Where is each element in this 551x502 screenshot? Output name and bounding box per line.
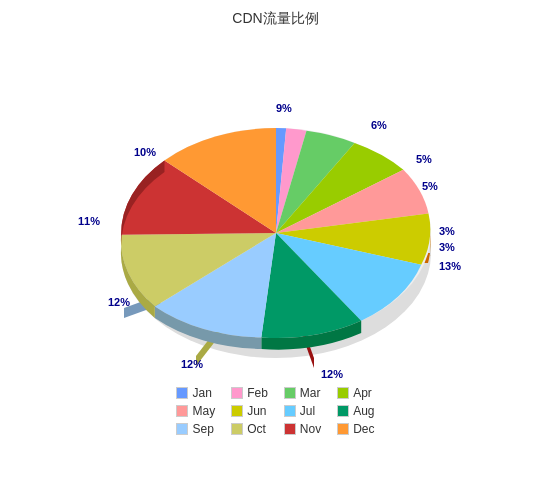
chart-legend: JanFebMarAprMayJunJulAugSepOctNovDec [176,386,374,436]
svg-text:6%: 6% [371,119,387,131]
legend-item-jul: Jul [284,404,321,418]
legend-label-jun: Jun [247,404,266,418]
svg-text:12%: 12% [108,296,130,308]
legend-color-jan [176,387,188,399]
legend-item-oct: Oct [231,422,268,436]
legend-color-oct [231,423,243,435]
legend-label-dec: Dec [353,422,374,436]
legend-color-jul [284,405,296,417]
chart-container: CDN流量比例 [0,0,551,502]
legend-item-dec: Dec [337,422,374,436]
svg-text:11%: 11% [78,215,100,227]
legend-label-apr: Apr [353,386,372,400]
chart-title: CDN流量比例 [232,10,318,28]
svg-text:3%: 3% [439,225,455,237]
svg-text:5%: 5% [416,153,432,165]
legend-label-nov: Nov [300,422,321,436]
legend-color-jun [231,405,243,417]
svg-text:5%: 5% [422,180,438,192]
legend-color-sep [176,423,188,435]
legend-label-mar: Mar [300,386,321,400]
legend-label-may: May [192,404,215,418]
legend-color-mar [284,387,296,399]
svg-text:3%: 3% [439,241,455,253]
legend-color-aug [337,405,349,417]
svg-text:12%: 12% [321,368,343,378]
legend-label-jul: Jul [300,404,315,418]
legend-item-may: May [176,404,215,418]
legend-color-feb [231,387,243,399]
legend-label-feb: Feb [247,386,268,400]
legend-color-apr [337,387,349,399]
legend-color-nov [284,423,296,435]
legend-item-nov: Nov [284,422,321,436]
legend-label-oct: Oct [247,422,266,436]
legend-item-sep: Sep [176,422,215,436]
svg-text:12%: 12% [181,358,203,370]
legend-color-may [176,405,188,417]
legend-item-jun: Jun [231,404,268,418]
svg-text:13%: 13% [439,260,461,272]
legend-item-apr: Apr [337,386,374,400]
legend-item-feb: Feb [231,386,268,400]
legend-label-sep: Sep [192,422,213,436]
svg-text:10%: 10% [134,146,156,158]
svg-text:9%: 9% [276,102,292,114]
chart-area: 13% 3% 3% 5% 5% 6% 9% 10% 11% 12% 12% 12… [66,38,486,378]
legend-color-dec [337,423,349,435]
pie-chart-svg: 13% 3% 3% 5% 5% 6% 9% 10% 11% 12% 12% 12… [66,38,486,378]
legend-item-jan: Jan [176,386,215,400]
legend-label-jan: Jan [192,386,211,400]
legend-item-aug: Aug [337,404,374,418]
legend-item-mar: Mar [284,386,321,400]
legend-label-aug: Aug [353,404,374,418]
